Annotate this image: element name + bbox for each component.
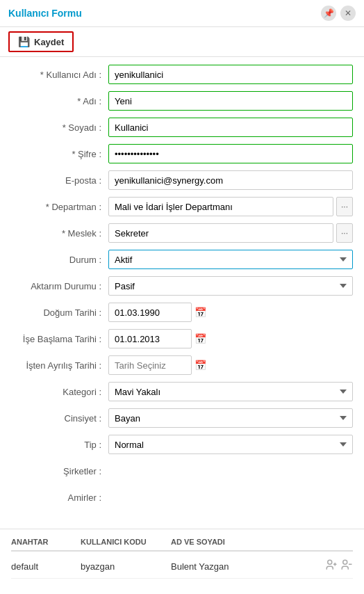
save-icon: 💾: [18, 36, 30, 47]
remove-user-icon[interactable]: [340, 559, 353, 574]
birthdate-row: Doğum Tarihi : 📅: [11, 302, 353, 323]
col-kullanici-kodu: KULLANICI KODU: [81, 538, 171, 546]
row-ad-soyad: Bulent Yazgan: [171, 561, 325, 572]
close-button[interactable]: ✕: [340, 6, 356, 21]
gender-select[interactable]: Bayan Bay: [108, 408, 353, 428]
username-label: * Kullanıcı Adı :: [11, 70, 108, 80]
job-input[interactable]: [108, 223, 333, 243]
start-date-calendar-icon[interactable]: 📅: [195, 333, 206, 344]
pin-button[interactable]: 📌: [321, 6, 336, 21]
companies-label: Şirketler :: [11, 466, 108, 476]
end-date-row: İşten Ayrılış Tarihi : 📅: [11, 355, 353, 376]
end-date-wrap: 📅: [108, 355, 353, 375]
row-anahtar: default: [11, 561, 81, 572]
birthdate-calendar-icon[interactable]: 📅: [195, 307, 206, 318]
section-divider: [0, 529, 364, 529]
gender-label: Cinsiyet :: [11, 413, 108, 424]
start-date-input[interactable]: [108, 329, 192, 348]
transfer-status-select[interactable]: Pasif Aktif: [108, 276, 353, 296]
status-row: Durum : Aktif Pasif: [11, 249, 353, 270]
col-anahtar: ANAHTAR: [11, 538, 81, 546]
form-title: Kullanıcı Formu: [8, 8, 82, 19]
firstname-row: * Adı :: [11, 90, 353, 111]
transfer-status-label: Aktarım Durumu :: [11, 281, 108, 291]
close-icon: ✕: [345, 8, 351, 18]
department-input[interactable]: [108, 197, 333, 216]
password-label: * Şifre :: [11, 149, 108, 159]
birthdate-wrap: 📅: [108, 303, 353, 322]
username-input[interactable]: [108, 65, 353, 84]
status-select[interactable]: Aktif Pasif: [108, 250, 353, 269]
header-icon-group: 📌 ✕: [321, 6, 356, 21]
password-input[interactable]: [108, 144, 353, 163]
table-header: ANAHTAR KULLANICI KODU AD VE SOYADI: [11, 538, 353, 552]
companies-row: Şirketler :: [11, 460, 353, 481]
birthdate-input[interactable]: [108, 303, 192, 322]
save-label: Kaydet: [34, 37, 64, 47]
row-kullanici-kodu: byazgan: [81, 561, 171, 572]
lastname-label: * Soyadı :: [11, 122, 108, 133]
job-input-group: ···: [108, 223, 353, 243]
supervisors-row: Amirler :: [11, 487, 353, 508]
start-date-row: İşe Başlama Tarihi : 📅: [11, 328, 353, 349]
firstname-input[interactable]: [108, 91, 353, 111]
department-label: * Departman :: [11, 202, 108, 212]
department-input-group: ···: [108, 197, 353, 216]
table-row: default byazgan Bulent Yazgan: [11, 554, 353, 579]
password-row: * Şifre :: [11, 143, 353, 164]
status-label: Durum :: [11, 255, 108, 265]
end-date-label: İşten Ayrılış Tarihi :: [11, 360, 108, 371]
svg-point-3: [343, 560, 347, 564]
gender-row: Cinsiyet : Bayan Bay: [11, 408, 353, 428]
form-body: * Kullanıcı Adı : * Adı : * Soyadı : * Ş…: [0, 57, 364, 520]
department-row: * Departman : ···: [11, 196, 353, 217]
pin-icon: 📌: [324, 8, 334, 18]
email-row: E-posta :: [11, 170, 353, 191]
col-ad-soyad: AD VE SOYADI: [171, 538, 353, 546]
category-select[interactable]: Mavi Yakalı Beyaz Yakalı: [108, 382, 353, 401]
start-date-label: İşe Başlama Tarihi :: [11, 334, 108, 344]
username-row: * Kullanıcı Adı :: [11, 64, 353, 85]
table-section: ANAHTAR KULLANICI KODU AD VE SOYADI defa…: [0, 538, 364, 579]
lastname-input[interactable]: [108, 118, 353, 137]
email-input[interactable]: [108, 170, 353, 190]
type-row: Tip : Normal Admin: [11, 434, 353, 455]
type-label: Tip :: [11, 440, 108, 450]
category-label: Kategori :: [11, 387, 108, 397]
svg-point-0: [328, 560, 332, 564]
type-select[interactable]: Normal Admin: [108, 435, 353, 454]
job-browse-btn[interactable]: ···: [336, 223, 353, 243]
save-button[interactable]: 💾 Kaydet: [8, 31, 74, 52]
lastname-row: * Soyadı :: [11, 117, 353, 138]
row-actions: [325, 559, 353, 574]
department-browse-btn[interactable]: ···: [336, 197, 353, 216]
email-label: E-posta :: [11, 175, 108, 186]
end-date-calendar-icon[interactable]: 📅: [195, 360, 206, 371]
job-label: * Meslek :: [11, 228, 108, 239]
supervisors-label: Amirler :: [11, 492, 108, 503]
end-date-input[interactable]: [108, 355, 192, 375]
transfer-status-row: Aktarım Durumu : Pasif Aktif: [11, 275, 353, 296]
firstname-label: * Adı :: [11, 96, 108, 106]
birthdate-label: Doğum Tarihi :: [11, 307, 108, 318]
toolbar: 💾 Kaydet: [0, 27, 364, 57]
form-header: Kullanıcı Formu 📌 ✕: [0, 0, 364, 27]
category-row: Kategori : Mavi Yakalı Beyaz Yakalı: [11, 381, 353, 402]
start-date-wrap: 📅: [108, 329, 353, 348]
job-row: * Meslek : ···: [11, 223, 353, 243]
add-user-icon[interactable]: [325, 559, 338, 574]
